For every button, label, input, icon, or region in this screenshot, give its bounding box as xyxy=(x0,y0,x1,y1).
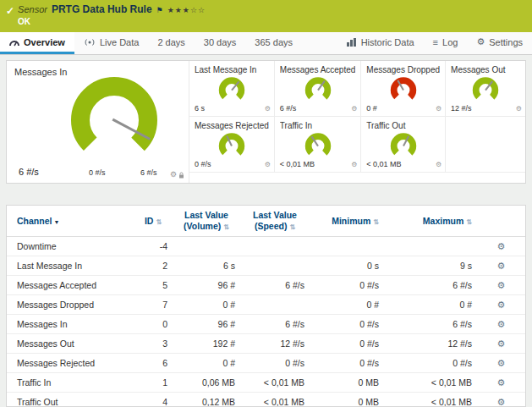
table-header-row: Channel▼ ID⇅ Last Value (Volume)⇅ Last V… xyxy=(7,206,525,237)
col-header-maximum[interactable]: Maximum⇅ xyxy=(384,206,477,237)
sort-icon: ⇅ xyxy=(373,218,379,226)
cell-last-speed xyxy=(240,237,310,256)
cell-maximum: 0 #/s xyxy=(384,354,477,373)
small-gauges-grid: Last Message In 6 s ⚙ Messages Accepted … xyxy=(189,61,525,183)
gear-icon[interactable]: ⚙ xyxy=(170,171,177,179)
cell-channel: Messages Rejected xyxy=(7,354,134,373)
cell-minimum: 0 #/s xyxy=(310,315,384,334)
cell-maximum: < 0,01 MB xyxy=(384,393,477,407)
channel-table: Channel▼ ID⇅ Last Value (Volume)⇅ Last V… xyxy=(7,206,525,407)
channel-settings-icon[interactable]: ⚙ xyxy=(497,397,506,407)
cell-channel: Traffic Out xyxy=(7,393,134,407)
cell-id: 4 xyxy=(134,393,173,407)
channel-settings-icon[interactable]: ⚙ xyxy=(497,241,506,251)
cell-channel: Traffic In xyxy=(7,373,134,393)
sort-icon: ⇅ xyxy=(156,218,162,226)
overview-gauge-icon xyxy=(9,38,19,47)
tab-settings[interactable]: ⚙ Settings xyxy=(467,32,532,54)
cell-id: 1 xyxy=(134,373,173,393)
priority-stars[interactable]: ★★★☆☆ xyxy=(167,6,206,14)
tab-30-days-label: 30 days xyxy=(204,37,237,47)
cell-last-speed: < 0,01 MB xyxy=(240,393,310,407)
gauge-tile-messages-rejected: Messages Rejected 0 #/s ⚙ xyxy=(189,117,274,173)
tab-historic-data-label: Historic Data xyxy=(361,37,414,47)
cell-maximum xyxy=(384,237,477,256)
channel-settings-icon[interactable]: ⚙ xyxy=(497,261,506,271)
cell-minimum: 0 # xyxy=(310,295,384,315)
cell-minimum xyxy=(310,237,384,256)
gauge-tile-messages-accepted: Messages Accepted 6 #/s ⚙ xyxy=(274,61,361,117)
cell-id: -4 xyxy=(134,237,173,256)
cell-last-volume: 192 # xyxy=(173,334,240,354)
cell-channel: Messages Out xyxy=(7,334,134,354)
cell-channel: Messages Accepted xyxy=(7,276,134,295)
gear-icon[interactable]: ⚙ xyxy=(436,106,442,113)
gauge-value: < 0,01 MB xyxy=(280,160,315,168)
gauge-chart xyxy=(212,130,251,158)
cell-last-volume: 96 # xyxy=(173,276,240,295)
channel-settings-icon[interactable]: ⚙ xyxy=(497,319,506,329)
cell-minimum: 0 MB xyxy=(310,373,384,393)
tab-log[interactable]: ≡ Log xyxy=(424,32,468,54)
cell-minimum: 0 MB xyxy=(310,393,384,407)
gear-icon[interactable]: ⚙ xyxy=(265,162,271,168)
gauge-value: 0 # xyxy=(366,104,377,113)
channel-settings-icon[interactable]: ⚙ xyxy=(497,338,506,349)
primary-gauge-scale-max: 6 #/s xyxy=(140,168,157,177)
gear-icon[interactable]: ⚙ xyxy=(351,106,357,113)
channel-settings-icon[interactable]: ⚙ xyxy=(497,358,506,368)
gauge-tile-messages-dropped: Messages Dropped 0 # ⚙ xyxy=(360,61,445,117)
table-row: Traffic Out 4 0,12 MB < 0,01 MB 0 MB < 0… xyxy=(7,393,525,407)
priority-flag-icon[interactable]: ⚑ xyxy=(156,6,163,14)
channel-settings-icon[interactable]: ⚙ xyxy=(497,280,506,290)
cell-maximum: 6 #/s xyxy=(384,315,477,334)
col-header-last-volume[interactable]: Last Value (Volume)⇅ xyxy=(173,206,240,237)
cell-id: 6 xyxy=(134,354,173,373)
gear-icon[interactable]: ⚙ xyxy=(516,106,522,113)
cell-id: 5 xyxy=(134,276,173,295)
cell-channel: Messages In xyxy=(7,315,134,334)
col-header-id[interactable]: ID⇅ xyxy=(134,206,173,237)
status-text: OK xyxy=(18,17,30,26)
lock-icon[interactable] xyxy=(178,172,184,179)
gauge-tile-traffic-out: Traffic Out < 0,01 MB ⚙ xyxy=(360,117,445,173)
col-header-minimum[interactable]: Minimum⇅ xyxy=(310,206,384,237)
gauge-title: Messages Out xyxy=(451,65,520,74)
table-row: Messages Dropped 7 0 # 0 # 0 # ⚙ xyxy=(7,295,525,315)
cell-minimum: 0 #/s xyxy=(310,334,384,354)
tab-bar: Overview Live Data 2 days 30 days 365 da… xyxy=(0,32,532,55)
gear-icon[interactable]: ⚙ xyxy=(351,162,357,168)
gauge-chart xyxy=(384,130,423,158)
gauge-title: Messages Dropped xyxy=(366,65,440,74)
channel-settings-icon[interactable]: ⚙ xyxy=(497,377,506,388)
gear-icon[interactable]: ⚙ xyxy=(436,162,442,168)
gear-icon[interactable]: ⚙ xyxy=(265,106,271,113)
cell-last-volume: 6 s xyxy=(173,256,240,276)
cell-maximum: < 0,01 MB xyxy=(384,373,477,393)
gauge-value: < 0,01 MB xyxy=(366,160,401,168)
table-row: Messages Out 3 192 # 12 #/s 0 #/s 12 #/s… xyxy=(7,334,525,354)
tab-30-days[interactable]: 30 days xyxy=(195,32,246,54)
col-header-last-speed[interactable]: Last Value (Speed)⇅ xyxy=(240,206,310,237)
col-header-channel[interactable]: Channel▼ xyxy=(7,206,134,237)
tab-historic-data[interactable]: Historic Data xyxy=(337,32,424,54)
sort-icon: ⇅ xyxy=(289,223,295,231)
tab-overview[interactable]: Overview xyxy=(0,32,74,54)
channel-settings-icon[interactable]: ⚙ xyxy=(497,300,506,310)
gear-icon: ⚙ xyxy=(476,36,485,47)
sensor-banner: ✓ Sensor PRTG Data Hub Rule ⚑ ★★★☆☆ OK xyxy=(0,0,532,32)
tab-2-days[interactable]: 2 days xyxy=(148,32,194,54)
cell-channel: Last Message In xyxy=(7,256,134,276)
table-row: Messages Accepted 5 96 # 6 #/s 0 #/s 6 #… xyxy=(7,276,525,295)
tab-365-days[interactable]: 365 days xyxy=(245,32,302,54)
cell-minimum: 0 s xyxy=(310,256,384,276)
cell-maximum: 9 s xyxy=(384,256,477,276)
cell-last-volume: 0 # xyxy=(173,295,240,315)
tab-live-data[interactable]: Live Data xyxy=(74,32,148,54)
tab-live-data-label: Live Data xyxy=(100,37,139,47)
cell-last-speed: < 0,01 MB xyxy=(240,373,310,393)
gauge-tile-traffic-in: Traffic In < 0,01 MB ⚙ xyxy=(274,117,361,173)
cell-last-volume xyxy=(173,237,240,256)
primary-gauge-chart xyxy=(51,69,178,167)
cell-last-speed: 6 #/s xyxy=(240,315,310,334)
